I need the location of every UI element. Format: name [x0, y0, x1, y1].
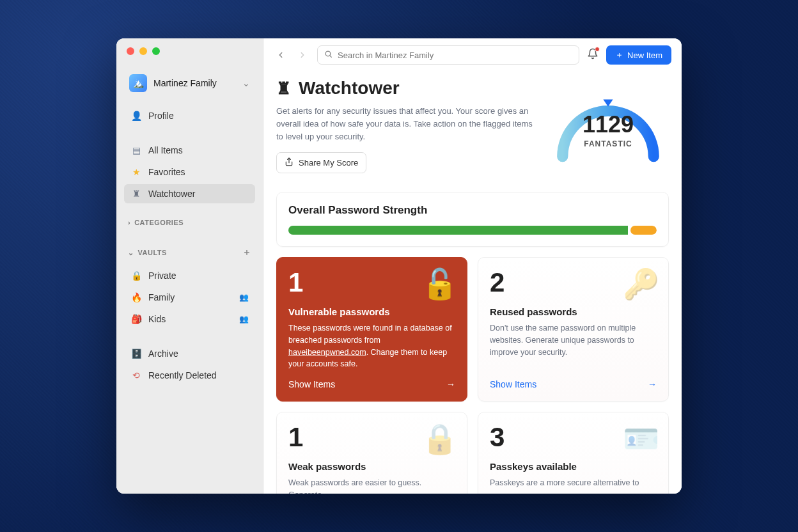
passkey-icon: 🪪	[623, 421, 659, 456]
sidebar-item-archive[interactable]: 🗄️ Archive	[124, 344, 255, 363]
page-title: ♜ Watchtower	[276, 78, 535, 98]
watchtower-hero-icon: ♜	[276, 79, 291, 98]
sidebar-item-watchtower[interactable]: ♜ Watchtower	[124, 184, 255, 203]
vault-item-family[interactable]: 🔥 Family 👥	[124, 288, 255, 307]
share-score-button[interactable]: Share My Score	[276, 152, 366, 173]
sidebar-item-label: All Items	[148, 145, 183, 155]
chevron-right-icon: ›	[128, 219, 130, 226]
security-score-gauge: 1129 FANTASTIC	[547, 78, 669, 180]
sidebar-item-all-items[interactable]: ▤ All Items	[124, 141, 255, 160]
issue-description: Weak passwords are easier to guess. Gene…	[288, 477, 455, 494]
sidebar-item-favorites[interactable]: ★ Favorites	[124, 162, 255, 182]
vulnerable-passwords-card[interactable]: 🔓 1 Vulnerable passwords These passwords…	[276, 257, 467, 402]
strength-bar-strong	[288, 226, 628, 235]
arrow-right-icon: →	[648, 379, 657, 389]
hibp-link[interactable]: haveibeenpwned.com	[288, 348, 366, 357]
main-panel: ＋ New Item ♜ Watchtower Get alerts for a…	[263, 38, 682, 494]
page-title-text: Watchtower	[299, 78, 400, 98]
show-items-button-vulnerable[interactable]: Show Items →	[288, 370, 455, 389]
watchtower-icon: ♜	[130, 189, 142, 199]
vaults-section-header[interactable]: ⌄ VAULTS ＋	[124, 242, 255, 263]
content-area: ♜ Watchtower Get alerts for any security…	[263, 72, 682, 494]
kids-vault-icon: 🎒	[130, 314, 142, 324]
share-icon	[285, 157, 293, 168]
issue-description: Passkeys are a more secure alternative t…	[490, 477, 657, 489]
keys-icon: 🔑	[623, 267, 659, 301]
private-vault-icon: 🔒	[130, 270, 142, 281]
issue-title: Vulnerable passwords	[288, 306, 455, 317]
add-vault-button[interactable]: ＋	[242, 247, 252, 258]
vault-label: Family	[148, 292, 175, 302]
issue-cards-grid: 🔓 1 Vulnerable passwords These passwords…	[276, 257, 669, 494]
sidebar-item-label: Recently Deleted	[148, 370, 217, 380]
sidebar-item-label: Archive	[148, 348, 178, 359]
strength-bar-weaker	[630, 226, 657, 235]
score-number: 1129	[583, 111, 634, 138]
issue-description: Don't use the same password on multiple …	[490, 322, 657, 358]
new-item-label: New Item	[627, 51, 662, 60]
issue-description: These passwords were found in a database…	[288, 322, 455, 370]
close-window-button[interactable]	[127, 47, 134, 55]
star-icon: ★	[130, 167, 142, 177]
vault-item-kids[interactable]: 🎒 Kids 👥	[124, 309, 255, 329]
arrow-right-icon: →	[446, 379, 455, 389]
page-description: Get alerts for any security issues that …	[276, 105, 535, 143]
person-icon: 👤	[130, 111, 142, 121]
all-items-icon: ▤	[130, 145, 142, 155]
back-button[interactable]	[274, 48, 288, 62]
show-items-button-reused[interactable]: Show Items →	[490, 370, 657, 389]
sidebar-item-recently-deleted[interactable]: ⟲ Recently Deleted	[124, 366, 255, 385]
sidebar-item-profile[interactable]: 👤 Profile	[124, 106, 255, 125]
issue-title: Passkeys available	[490, 461, 657, 472]
issue-title: Reused passwords	[490, 306, 657, 317]
search-field[interactable]	[317, 45, 579, 65]
top-bar: ＋ New Item	[263, 38, 682, 72]
issue-title: Weak passwords	[288, 461, 455, 472]
svg-line-1	[330, 56, 331, 57]
passkeys-available-card[interactable]: 🪪 3 Passkeys available Passkeys are a mo…	[478, 412, 669, 494]
shared-icon: 👥	[239, 315, 249, 324]
app-window: 🏔️ Martinez Family ⌄ 👤 Profile ▤ All Ite…	[116, 38, 682, 494]
family-vault-icon: 🔥	[130, 292, 142, 302]
chevron-down-icon: ⌄	[128, 249, 134, 257]
minimize-window-button[interactable]	[139, 47, 147, 55]
section-label: CATEGORIES	[134, 219, 184, 226]
new-item-button[interactable]: ＋ New Item	[606, 45, 671, 65]
maximize-window-button[interactable]	[152, 47, 160, 55]
vault-label: Kids	[148, 314, 166, 324]
weak-passwords-card[interactable]: 🔒 1 Weak passwords Weak passwords are ea…	[276, 412, 467, 494]
share-score-label: Share My Score	[299, 158, 358, 168]
score-rating: FANTASTIC	[584, 139, 632, 148]
search-icon	[324, 49, 332, 61]
strength-title: Overall Password Strength	[288, 204, 657, 217]
archive-icon: 🗄️	[130, 348, 142, 359]
sidebar-item-label: Favorites	[148, 167, 185, 177]
sidebar: 🏔️ Martinez Family ⌄ 👤 Profile ▤ All Ite…	[116, 38, 263, 494]
chevron-down-icon: ⌄	[242, 78, 250, 88]
unlocked-padlock-icon: 🔓	[421, 267, 458, 301]
broken-lock-icon: 🔒	[421, 421, 458, 456]
trash-icon: ⟲	[130, 370, 142, 380]
shared-icon: 👥	[239, 293, 249, 302]
reused-passwords-card[interactable]: 🔑 2 Reused passwords Don't use the same …	[478, 257, 669, 402]
notification-badge	[595, 47, 600, 52]
account-avatar-icon: 🏔️	[129, 74, 147, 92]
search-input[interactable]	[338, 51, 572, 60]
password-strength-card: Overall Password Strength	[276, 192, 669, 247]
strength-bar	[288, 226, 657, 235]
vault-label: Private	[148, 270, 176, 281]
account-name: Martinez Family	[153, 78, 217, 88]
window-controls	[124, 47, 255, 55]
vault-item-private[interactable]: 🔒 Private	[124, 266, 255, 285]
sidebar-item-label: Profile	[148, 111, 174, 121]
notifications-button[interactable]	[587, 48, 598, 62]
watchtower-header: ♜ Watchtower Get alerts for any security…	[276, 78, 669, 180]
forward-button[interactable]	[295, 48, 309, 62]
plus-icon: ＋	[615, 49, 623, 61]
account-selector[interactable]: 🏔️ Martinez Family ⌄	[124, 70, 255, 96]
sidebar-item-label: Watchtower	[148, 189, 195, 199]
categories-section-header[interactable]: › CATEGORIES	[124, 214, 255, 231]
section-label: VAULTS	[138, 249, 167, 256]
